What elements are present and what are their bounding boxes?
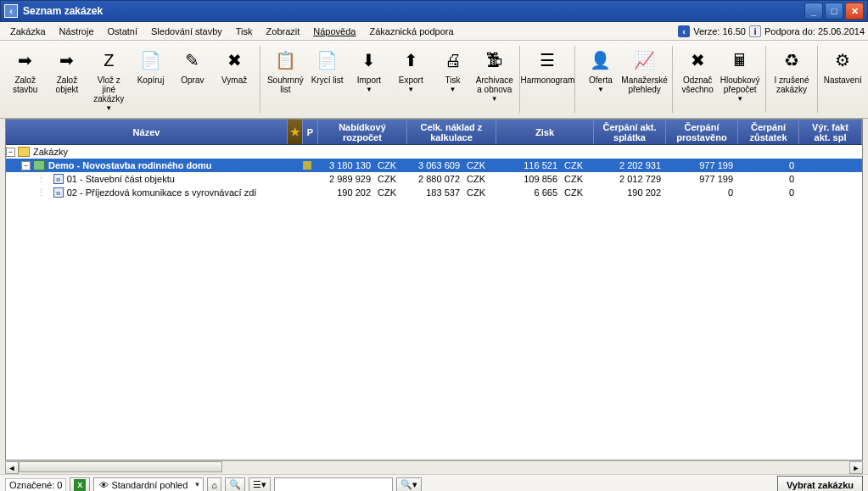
toolbar-vymaz[interactable]: ✖Vymaž <box>214 44 254 87</box>
vymaz-label: Vymaž <box>221 75 247 85</box>
toolbar-oprav[interactable]: ✎Oprav <box>172 44 212 87</box>
toolbar-zaloz-stavbu[interactable]: ➡Založ stavbu <box>5 44 45 97</box>
tree-area[interactable]: −Zakázky−Demo - Novostavba rodinného dom… <box>6 145 862 460</box>
scroll-track[interactable] <box>19 461 849 474</box>
export-label: Export <box>399 75 423 85</box>
menubar: ZakázkaNástrojeOstatníSledování stavbyTi… <box>0 22 868 41</box>
dropdown-icon: ▼ <box>366 86 372 93</box>
col-celk-naklad[interactable]: Celk. náklad z kalkulace <box>407 120 496 144</box>
scroll-thumb[interactable] <box>19 461 222 472</box>
menu-nápověda[interactable]: Nápověda <box>306 25 362 38</box>
souhrnny-list-label: Souhrnný list <box>266 75 305 94</box>
vybrat-zakazku-button[interactable]: Vybrat zakázku <box>777 476 863 492</box>
cur-zisk: CZK <box>563 174 594 184</box>
val-zisk: 6 665 <box>496 187 563 198</box>
col-cerpani-akt[interactable]: Čerpání akt. splátka <box>594 120 666 144</box>
col-p[interactable]: P <box>303 120 318 144</box>
kryci-list-label: Krycí list <box>311 75 344 85</box>
close-button[interactable]: ✕ <box>845 3 864 20</box>
col-name[interactable]: Název <box>6 120 288 144</box>
val-nab: 3 180 130 <box>318 160 376 170</box>
table-row[interactable]: ⋮ o01 - Stavební část objektu2 989 929CZ… <box>6 172 862 186</box>
row-name: ⋮ o01 - Stavební část objektu <box>6 174 303 185</box>
info-icon[interactable]: i <box>749 25 761 37</box>
tisk-label: Tisk <box>445 75 461 85</box>
object-icon: o <box>53 174 64 184</box>
home-button[interactable]: ⌂ <box>207 477 221 492</box>
menu-nástroje[interactable]: Nástroje <box>53 25 101 38</box>
vloz-z-jine-label: Vlož z jiné zakázky <box>90 75 128 103</box>
table-row[interactable]: ⋮ o02 - Příjezdová komunikace s vyrovnáv… <box>6 186 862 199</box>
table-row[interactable]: −Demo - Novostavba rodinného domu3 180 1… <box>6 159 862 172</box>
toolbar-zaloz-objekt[interactable]: ➡Založ objekt <box>47 44 87 97</box>
toolbar-archivace[interactable]: 🗜Archivace a obnova▼ <box>474 44 514 105</box>
izrusene-icon: ♻ <box>778 47 805 74</box>
table-row[interactable]: −Zakázky <box>6 145 862 159</box>
toolbar-izrusene[interactable]: ♻I zrušené zakázky <box>771 44 811 97</box>
kopiruj-label: Kopíruj <box>137 75 165 85</box>
scroll-left-button[interactable]: ◄ <box>5 461 19 474</box>
nastaveni-label: Nastavení <box>824 75 862 85</box>
dropdown-icon: ▼ <box>597 86 604 93</box>
oprav-label: Oprav <box>181 75 204 85</box>
filter-input[interactable] <box>274 477 393 492</box>
cur-celk: CZK <box>465 160 496 170</box>
verze-icon: ‹ <box>678 25 690 37</box>
toolbar-tisk[interactable]: 🖨Tisk▼ <box>433 44 473 96</box>
menu-zakázka[interactable]: Zakázka <box>3 25 53 38</box>
scroll-right-button[interactable]: ► <box>849 461 863 474</box>
minimize-button[interactable]: _ <box>804 3 823 20</box>
toolbar-hloubkovy[interactable]: 🖩Hloubkový přepočet▼ <box>720 44 761 105</box>
tree-toggle[interactable]: − <box>6 148 15 157</box>
titlebar: ‹ Seznam zakázek _ □ ✕ <box>0 0 868 22</box>
toolbar-import[interactable]: ⬇Import▼ <box>349 44 389 96</box>
search-dropdown-button[interactable]: 🔍▾ <box>396 477 422 492</box>
tree-toggle[interactable]: − <box>21 161 31 170</box>
menu-zákaznická-podpora[interactable]: Zákaznická podpora <box>362 25 460 38</box>
content-area: Název ★ P Nabídkový rozpočet Celk. nákla… <box>5 119 863 460</box>
menu-zobrazit[interactable]: Zobrazit <box>260 25 307 38</box>
odznac-label: Odznač všechno <box>678 75 716 94</box>
toolbar-harmonogram[interactable]: ☰Harmonogram <box>525 44 569 87</box>
import-icon: ⬇ <box>356 47 383 74</box>
zaloz-stavbu-label: Založ stavbu <box>6 75 44 94</box>
star-cell <box>303 161 318 170</box>
cur-nab: CZK <box>376 174 407 184</box>
maximize-button[interactable]: □ <box>825 3 843 20</box>
view-select[interactable]: Standardní pohled <box>93 477 204 492</box>
column-headers: Název ★ P Nabídkový rozpočet Celk. nákla… <box>6 120 862 145</box>
toolbar-nastaveni[interactable]: ⚙Nastavení <box>823 44 863 87</box>
val-zisk: 109 856 <box>496 174 563 184</box>
manazerske-label: Manažerské přehledy <box>621 75 667 94</box>
toolbar-kopiruj[interactable]: 📄Kopíruj <box>131 44 171 87</box>
val-cerp-zust: 0 <box>738 160 799 170</box>
dropdown-icon: ▼ <box>407 86 414 93</box>
col-cerpani-prostaveno[interactable]: Čerpání prostavěno <box>666 120 738 144</box>
col-cerpani-zustatek[interactable]: Čerpání zůstatek <box>738 120 799 144</box>
val-cerp-pro: 977 199 <box>666 174 738 184</box>
horizontal-scrollbar[interactable]: ◄ ► <box>5 460 863 474</box>
col-zisk[interactable]: Zisk <box>496 120 594 144</box>
toolbar-vloz-z-jine[interactable]: ZVlož z jiné zakázky▼ <box>89 44 129 114</box>
menu-sledování-stavby[interactable]: Sledování stavby <box>144 25 229 38</box>
col-vyr-fakt[interactable]: Výr. fakt akt. spl <box>799 120 862 144</box>
toolbar-souhrnny-list[interactable]: 📋Souhrnný list <box>266 44 305 97</box>
toolbar-oferta[interactable]: 👤Oferta▼ <box>580 44 620 96</box>
excel-export-button[interactable]: X <box>70 477 90 492</box>
archivace-label: Archivace a obnova <box>475 75 513 94</box>
val-cerp-zust: 0 <box>738 174 799 184</box>
toolbar-odznac[interactable]: ✖Odznač všechno <box>677 44 717 97</box>
menu-ostatní[interactable]: Ostatní <box>101 25 144 38</box>
toolbar: ➡Založ stavbu➡Založ objektZVlož z jiné z… <box>0 41 868 119</box>
col-nabidkovy[interactable]: Nabídkový rozpočet <box>318 120 407 144</box>
toolbar-export[interactable]: ⬆Export▼ <box>391 44 431 96</box>
menu-tisk[interactable]: Tisk <box>229 25 260 38</box>
col-star[interactable]: ★ <box>288 120 303 144</box>
toolbar-kryci-list[interactable]: 📄Krycí list <box>307 44 347 87</box>
search-button[interactable]: 🔍 <box>225 477 245 492</box>
oferta-icon: 👤 <box>587 47 614 74</box>
list-button[interactable]: ☰▾ <box>249 477 271 492</box>
dropdown-icon: ▼ <box>105 104 112 112</box>
kryci-list-icon: 📄 <box>314 47 341 74</box>
toolbar-manazerske[interactable]: 📈Manažerské přehledy <box>623 44 667 97</box>
